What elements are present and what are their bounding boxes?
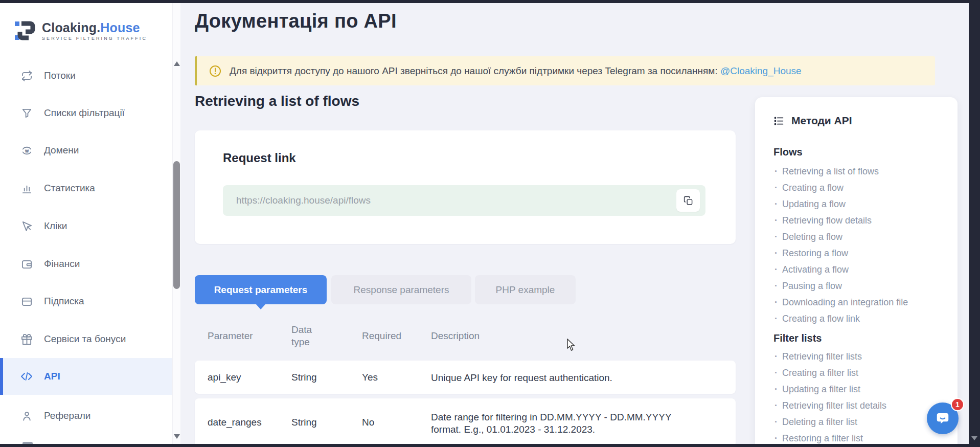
chat-unread-badge: 1 xyxy=(951,398,964,411)
sidebar: Cloaking.House SERVICE FILTERING TRAFFIC… xyxy=(0,3,172,444)
method-link[interactable]: Activating a flow xyxy=(774,264,849,275)
method-link[interactable]: Retrieving filter lists xyxy=(774,351,862,362)
info-banner: Для відкриття доступу до нашого API звер… xyxy=(195,56,935,85)
col-header-parameter: Parameter xyxy=(208,330,253,342)
tab-php-example[interactable]: PHP example xyxy=(475,275,576,304)
info-icon xyxy=(209,65,221,77)
param-required: No xyxy=(362,417,374,428)
logo[interactable]: Cloaking.House SERVICE FILTERING TRAFFIC xyxy=(14,15,157,46)
subscription-icon xyxy=(20,295,33,307)
window-scroll-down-icon[interactable] xyxy=(971,436,977,440)
method-link[interactable]: Deleting a flow xyxy=(774,232,842,242)
methods-title: Методи API xyxy=(791,115,852,127)
table-row: date_ranges String No Date range for fil… xyxy=(195,398,736,447)
method-link[interactable]: Creating a flow xyxy=(774,183,844,193)
method-link[interactable]: Retrieving a list of flows xyxy=(774,166,879,177)
methods-section-filter-lists: Filter lists xyxy=(773,332,822,344)
telegram-link[interactable]: @Cloaking_House xyxy=(720,65,802,76)
statistics-icon xyxy=(20,182,33,194)
param-type: String xyxy=(291,417,317,428)
request-link-card: Request link https://cloaking.house/api/… xyxy=(195,130,736,244)
chat-bubble-icon xyxy=(935,411,950,426)
active-tab-pointer xyxy=(256,304,266,309)
sidebar-item-flows[interactable]: Потоки xyxy=(0,57,172,94)
request-url: https://cloaking.house/api/flows xyxy=(236,195,371,206)
sidebar-item-domains[interactable]: w Домени xyxy=(0,132,172,169)
sidebar-item-api[interactable]: API xyxy=(0,358,172,395)
method-link[interactable]: Deleting a filter list xyxy=(774,417,857,428)
scrollbar-thumb[interactable] xyxy=(173,161,180,289)
finance-icon xyxy=(20,258,33,270)
sidebar-item-filter-lists[interactable]: Списки фільтрації xyxy=(0,95,172,131)
domains-icon: w xyxy=(20,144,33,157)
section-title: Retrieving a list of flows xyxy=(195,93,359,109)
sidebar-item-finance[interactable]: Фінанси xyxy=(0,245,172,282)
method-link[interactable]: Creating a filter list xyxy=(774,368,858,378)
sidebar-item-subscription[interactable]: Підписка xyxy=(0,283,172,320)
right-edge-bar xyxy=(969,0,980,447)
col-header-description: Description xyxy=(431,330,480,342)
api-methods-panel: Методи API Flows Retrieving a list of fl… xyxy=(755,97,958,447)
param-name: api_key xyxy=(208,372,241,383)
mouse-cursor xyxy=(566,339,578,352)
scroll-up-icon[interactable] xyxy=(174,61,180,66)
method-link[interactable]: Restoring a flow xyxy=(774,248,848,259)
flows-icon xyxy=(20,70,33,82)
col-header-required: Required xyxy=(362,330,401,342)
request-url-field[interactable]: https://cloaking.house/api/flows xyxy=(223,185,705,216)
bottom-edge-bar xyxy=(0,444,980,447)
cloaking-house-logo-icon xyxy=(14,18,36,43)
banner-text: Для відкриття доступу до нашого API звер… xyxy=(230,65,802,77)
list-icon xyxy=(773,116,784,126)
copy-icon xyxy=(683,196,693,206)
tab-response-parameters[interactable]: Response parameters xyxy=(331,275,471,304)
request-link-title: Request link xyxy=(223,151,296,165)
app-window: Cloaking.House SERVICE FILTERING TRAFFIC… xyxy=(0,0,980,447)
param-description: Unique API key for request authenticatio… xyxy=(431,372,697,384)
method-link[interactable]: Creating a flow link xyxy=(774,314,860,324)
referrals-icon xyxy=(20,410,33,422)
method-link[interactable]: Restoring a filter list xyxy=(774,433,863,444)
methods-section-flows: Flows xyxy=(773,146,803,158)
brand-tagline: SERVICE FILTERING TRAFFIC xyxy=(42,36,147,41)
services-icon xyxy=(20,333,33,345)
param-name: date_ranges xyxy=(208,417,262,428)
page-title: Документація по API xyxy=(195,10,397,32)
method-link[interactable]: Updating a flow xyxy=(774,199,846,210)
method-link[interactable]: Downloading an integration file xyxy=(774,297,908,308)
method-link[interactable]: Pausing a flow xyxy=(774,281,842,292)
param-type: String xyxy=(291,372,317,383)
sidebar-item-clicks[interactable]: Кліки xyxy=(0,208,172,244)
method-link[interactable]: Retrieving flow details xyxy=(774,215,872,226)
param-required: Yes xyxy=(362,372,378,383)
copy-button[interactable] xyxy=(676,189,700,212)
clicks-icon xyxy=(20,220,33,232)
filter-lists-icon xyxy=(20,107,33,119)
param-description: Date range for filtering in DD.MM.YYYY -… xyxy=(431,411,697,436)
top-edge-bar xyxy=(0,0,980,3)
sidebar-item-statistics[interactable]: Статистика xyxy=(0,170,172,207)
svg-text:w: w xyxy=(25,148,29,153)
sidebar-item-services[interactable]: Сервіси та бонуси xyxy=(0,321,172,357)
col-header-data-type: Data type xyxy=(291,324,323,348)
tab-request-parameters[interactable]: Request parameters xyxy=(195,275,327,304)
table-row: api_key String Yes Unique API key for re… xyxy=(195,361,736,394)
sidebar-item-referrals[interactable]: Реферали xyxy=(0,397,172,434)
api-icon xyxy=(20,370,33,383)
brand-name: Cloaking.House xyxy=(42,21,147,34)
method-link[interactable]: Retrieving filter list details xyxy=(774,400,886,411)
scroll-down-icon[interactable] xyxy=(174,434,180,439)
method-link[interactable]: Updating a filter list xyxy=(774,384,860,395)
